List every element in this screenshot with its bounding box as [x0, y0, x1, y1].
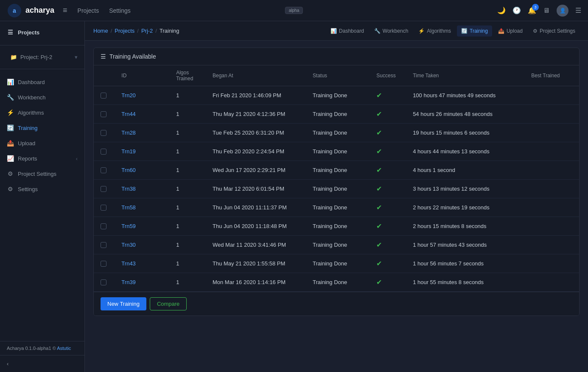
sidebar-item-dashboard[interactable]: 📊 Dashboard — [0, 74, 84, 90]
top-nav: a acharya ≡ Projects Settings alpha 🌙 🕐 … — [0, 0, 588, 21]
clock-icon[interactable]: 🕐 — [512, 6, 521, 14]
row-id-2[interactable]: Trn28 — [115, 124, 169, 142]
algorithms-icon: ⚡ — [7, 109, 14, 116]
sidebar-project-name[interactable]: 📁 Project: Prj-2 ▾ — [0, 51, 84, 64]
sub-nav-upload[interactable]: 📤 Upload — [494, 25, 527, 37]
row-id-4[interactable]: Trn60 — [115, 161, 169, 180]
hamburger-icon[interactable]: ≡ — [63, 6, 67, 15]
notification-badge: 3 — [532, 4, 539, 11]
project-name-label: Project: Prj-2 — [20, 54, 52, 60]
row-check-3[interactable] — [94, 142, 115, 161]
row-began-5: Thu Mar 12 2020 6:01:54 PM — [206, 180, 306, 198]
row-check-2[interactable] — [94, 124, 115, 142]
sidebar-upload-label: Upload — [18, 140, 35, 147]
row-best-7 — [524, 217, 579, 236]
row-id-0[interactable]: Trn20 — [115, 86, 169, 105]
monitor-icon[interactable]: 🖥 — [543, 7, 550, 14]
table-row: Trn59 1 Thu Jun 04 2020 11:18:48 PM Trai… — [94, 217, 579, 236]
row-id-9[interactable]: Trn43 — [115, 254, 169, 273]
compare-button[interactable]: Compare — [150, 297, 187, 310]
row-success-2: ✔ — [370, 124, 406, 142]
moon-icon[interactable]: 🌙 — [497, 6, 506, 14]
row-check-9[interactable] — [94, 254, 115, 273]
collapse-button[interactable]: ‹ — [0, 355, 84, 372]
col-time-header[interactable]: Time Taken — [406, 65, 524, 86]
chevron-down-icon: ▾ — [75, 54, 78, 60]
col-success-header[interactable]: Success — [370, 65, 406, 86]
content-area: Home / Projects / Prj-2 / Training 📊 Das… — [85, 21, 588, 372]
row-check-1[interactable] — [94, 105, 115, 124]
row-status-10: Training Done — [306, 273, 370, 292]
menu-icon[interactable]: ☰ — [575, 6, 581, 14]
sidebar-item-settings[interactable]: ⚙ Settings — [0, 181, 84, 197]
row-algos-7: 1 — [169, 217, 206, 236]
col-algos-header[interactable]: Algos Trained — [169, 65, 206, 86]
table-row: Trn58 1 Thu Jun 04 2020 11:11:37 PM Trai… — [94, 198, 579, 217]
sub-nav-algorithms[interactable]: ⚡ Algorithms — [414, 25, 455, 37]
footer-link[interactable]: Astutic — [57, 346, 71, 351]
sub-nav-dashboard[interactable]: 📊 Dashboard — [326, 25, 368, 37]
sub-nav-workbench[interactable]: 🔧 Workbench — [370, 25, 412, 37]
table-header-row: ID Algos Trained Began At Status Success… — [94, 65, 579, 86]
breadcrumb-home[interactable]: Home — [93, 28, 108, 34]
subnav-training-label: Training — [470, 28, 488, 34]
row-status-1: Training Done — [306, 105, 370, 124]
row-status-2: Training Done — [306, 124, 370, 142]
logo[interactable]: a acharya — [7, 3, 54, 18]
training-icon: 🔄 — [7, 124, 14, 131]
row-check-7[interactable] — [94, 217, 115, 236]
row-algos-10: 1 — [169, 273, 206, 292]
row-id-3[interactable]: Trn19 — [115, 142, 169, 161]
breadcrumb-projects[interactable]: Projects — [115, 28, 134, 34]
subnav-algorithms-label: Algorithms — [427, 28, 451, 34]
row-check-8[interactable] — [94, 236, 115, 254]
row-check-10[interactable] — [94, 273, 115, 292]
sub-nav-training[interactable]: 🔄 Training — [457, 25, 492, 37]
row-check-4[interactable] — [94, 161, 115, 180]
breadcrumb-project[interactable]: Prj-2 — [141, 28, 153, 34]
divider-1 — [0, 45, 84, 45]
sub-nav-project-settings[interactable]: ⚙ Project Settings — [529, 25, 580, 37]
sidebar-projects-header[interactable]: ☰ Projects — [0, 25, 84, 40]
row-id-6[interactable]: Trn58 — [115, 198, 169, 217]
row-id-10[interactable]: Trn39 — [115, 273, 169, 292]
row-time-0: 100 hours 47 minutes 49 seconds — [406, 86, 524, 105]
col-best-header[interactable]: Best Trained — [524, 65, 579, 86]
sidebar-item-reports[interactable]: 📈 Reports ‹ — [0, 151, 84, 166]
row-time-5: 3 hours 13 minutes 12 seconds — [406, 180, 524, 198]
panel-header: ☰ Training Available — [94, 48, 579, 65]
row-id-7[interactable]: Trn59 — [115, 217, 169, 236]
sidebar-item-training[interactable]: 🔄 Training — [0, 120, 84, 135]
row-best-4 — [524, 161, 579, 180]
panel-title: Training Available — [109, 53, 156, 60]
nav-projects[interactable]: Projects — [78, 7, 99, 14]
sidebar-item-algorithms[interactable]: ⚡ Algorithms — [0, 105, 84, 120]
avatar[interactable]: 👤 — [557, 5, 568, 17]
row-status-7: Training Done — [306, 217, 370, 236]
row-id-5[interactable]: Trn38 — [115, 180, 169, 198]
sidebar-item-workbench[interactable]: 🔧 Workbench — [0, 90, 84, 105]
row-time-7: 2 hours 15 minutes 8 seconds — [406, 217, 524, 236]
new-training-button[interactable]: New Training — [101, 297, 146, 310]
sidebar: ☰ Projects 📁 Project: Prj-2 ▾ 📊 Dashboar… — [0, 21, 85, 372]
row-began-6: Thu Jun 04 2020 11:11:37 PM — [206, 198, 306, 217]
sidebar-item-project-settings[interactable]: ⚙ Project Settings — [0, 166, 84, 181]
table-row: Trn44 1 Thu May 21 2020 4:12:36 PM Train… — [94, 105, 579, 124]
subnav-dashboard-icon: 📊 — [330, 28, 337, 34]
row-check-6[interactable] — [94, 198, 115, 217]
breadcrumb-sep-2: / — [137, 28, 139, 34]
col-id-header[interactable]: ID — [115, 65, 169, 86]
row-check-0[interactable] — [94, 86, 115, 105]
panel-footer: New Training Compare — [94, 292, 579, 316]
nav-settings[interactable]: Settings — [109, 7, 131, 14]
row-id-1[interactable]: Trn44 — [115, 105, 169, 124]
row-algos-3: 1 — [169, 142, 206, 161]
row-id-8[interactable]: Trn30 — [115, 236, 169, 254]
row-check-5[interactable] — [94, 180, 115, 198]
sidebar-item-upload[interactable]: 📤 Upload — [0, 135, 84, 151]
bell-icon[interactable]: 🔔 3 — [528, 6, 536, 14]
list-icon: ☰ — [7, 29, 14, 36]
col-began-header[interactable]: Began At — [206, 65, 306, 86]
col-status-header[interactable]: Status — [306, 65, 370, 86]
upload-icon: 📤 — [7, 140, 14, 147]
